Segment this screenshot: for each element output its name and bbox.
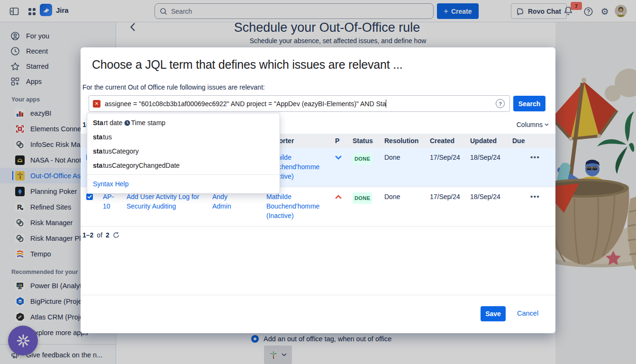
jql-misspelled-term: 601c08cb3b1af00069ec6922 xyxy=(141,100,227,108)
clock-icon xyxy=(124,120,130,126)
actions-cell: ••• xyxy=(527,153,555,162)
column-header-resolution: Resolution xyxy=(379,137,424,145)
jql-error-icon: ✕ xyxy=(93,100,100,108)
autocomplete-item-start-date[interactable]: Start dateTime stamp xyxy=(87,116,280,130)
jql-help-icon[interactable]: ? xyxy=(496,99,505,108)
reporter-link[interactable]: Mathilde Bouchend'homme (Inactive) xyxy=(266,192,329,220)
updated-cell: 18/Sep/24 xyxy=(464,192,507,201)
resolution-cell: Done xyxy=(379,192,424,201)
autocomplete-item-statuscategorychangeddate[interactable]: statusCategoryChangedDate xyxy=(87,158,280,173)
pagination-total: 2 xyxy=(106,231,109,239)
row-more-actions-icon[interactable]: ••• xyxy=(527,192,540,200)
assignee-link[interactable]: Andy Admin xyxy=(212,192,242,211)
priority-high-icon xyxy=(335,193,342,200)
status-cell: DONE xyxy=(347,192,379,204)
assignee-cell: Andy Admin xyxy=(207,192,261,211)
reporter-cell: Mathilde Bouchend'homme (Inactive) xyxy=(261,192,329,220)
jql-search-button[interactable]: Search xyxy=(513,96,545,111)
columns-button[interactable]: Columns xyxy=(517,121,549,128)
syntax-help-link[interactable]: Syntax Help xyxy=(87,177,280,191)
status-badge: DONE xyxy=(353,153,372,164)
cancel-button[interactable]: Cancel xyxy=(517,309,538,317)
suggestion-text: tusCategoryChangedDate xyxy=(103,162,180,169)
dropdown-divider xyxy=(87,174,280,175)
jql-term: assignee = " xyxy=(105,100,141,108)
updated-cell: 18/Sep/24 xyxy=(464,153,507,162)
priority-cell xyxy=(329,192,347,201)
jql-field-label: For the current Out of Office rule follo… xyxy=(82,83,265,91)
issue-key-link[interactable]: AP-10 xyxy=(103,192,120,211)
resolution-cell: Done xyxy=(379,153,424,162)
suggestion-text: tus xyxy=(103,133,112,141)
columns-caret-icon xyxy=(545,123,549,126)
created-cell: 17/Sep/24 xyxy=(424,192,464,201)
jql-misspelled-term: eazyBI-Elements xyxy=(304,100,354,108)
jql-query-text: assignee = "601c08cb3b1af00069ec6922" AN… xyxy=(105,100,496,108)
issue-key-cell: AP-10 xyxy=(97,192,121,211)
created-cell: 17/Sep/24 xyxy=(424,153,464,162)
status-badge: DONE xyxy=(353,192,372,204)
row-checkbox[interactable] xyxy=(86,193,93,200)
status-cell: DONE xyxy=(347,153,379,164)
row-more-actions-icon[interactable]: ••• xyxy=(527,153,540,161)
refresh-icon[interactable] xyxy=(113,232,119,238)
jql-term: " AND project = "AppDev ( xyxy=(227,100,304,108)
column-header-created: Created xyxy=(424,137,464,145)
match-text: sta xyxy=(93,147,102,155)
issue-summary-link[interactable]: Add User Activity Log for Security Audit… xyxy=(127,192,202,211)
text-cursor xyxy=(386,100,386,108)
column-header-p: P xyxy=(329,137,347,145)
app-root: Jira + Create Rovo Chat 7 xyxy=(0,0,636,364)
suggestion-type: Time stamp xyxy=(131,119,166,127)
autocomplete-item-statuscategory[interactable]: statusCategory xyxy=(87,144,280,158)
pagination-bottom: 1–2of2 xyxy=(82,231,119,239)
actions-cell: ••• xyxy=(527,192,555,201)
jql-misspelled-term: Sta xyxy=(376,100,386,108)
pagination-range: 1–2 xyxy=(82,231,93,239)
priority-cell xyxy=(329,153,347,162)
column-header-due: Due xyxy=(507,137,527,145)
save-button[interactable]: Save xyxy=(481,306,506,321)
pagination-of: of xyxy=(97,231,102,239)
autocomplete-item-status[interactable]: status xyxy=(87,130,280,144)
issue-summary-cell: Add User Activity Log for Security Audit… xyxy=(121,192,207,211)
jql-input[interactable]: ✕ assignee = "601c08cb3b1af00069ec6922" … xyxy=(89,95,510,112)
match-text: Sta xyxy=(93,119,103,127)
suggestion-text: tusCategory xyxy=(103,147,138,155)
suggestion-text: rt date xyxy=(104,119,123,127)
column-header-status: Status xyxy=(347,137,379,145)
match-text: sta xyxy=(93,133,102,141)
jql-term: )" AND xyxy=(354,100,376,108)
jql-autocomplete-dropdown: Start dateTime stampstatusstatusCategory… xyxy=(87,113,280,194)
modal-footer-divider xyxy=(81,295,555,295)
match-text: sta xyxy=(93,162,102,169)
priority-low-icon xyxy=(335,154,342,161)
column-header-updated: Updated xyxy=(464,137,507,145)
modal-title: Choose a JQL term that defines which iss… xyxy=(92,58,402,72)
